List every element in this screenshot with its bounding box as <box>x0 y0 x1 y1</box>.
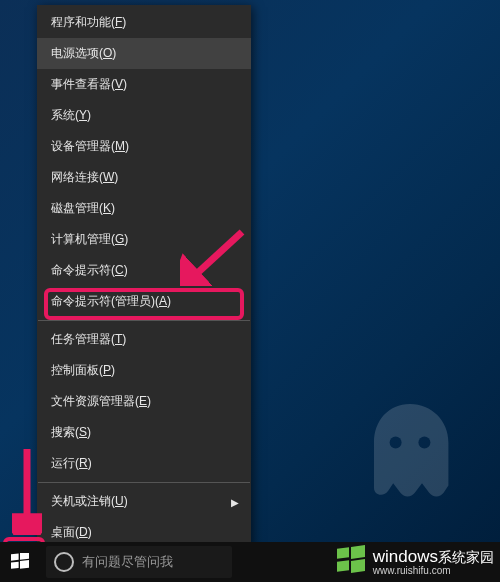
cortana-search-box[interactable]: 有问题尽管问我 <box>46 546 232 578</box>
menu-item-hotkey: (S) <box>75 425 91 439</box>
menu-item-hotkey: (R) <box>75 456 92 470</box>
menu-item-label: 电源选项 <box>51 46 99 60</box>
menu-item-label: 命令提示符(管理员) <box>51 294 155 308</box>
menu-item-8[interactable]: 命令提示符(C) <box>37 255 251 286</box>
menu-item-6[interactable]: 磁盘管理(K) <box>37 193 251 224</box>
menu-item-5[interactable]: 网络连接(W) <box>37 162 251 193</box>
menu-item-hotkey: (O) <box>99 46 116 60</box>
menu-separator <box>38 482 250 483</box>
menu-item-label: 文件资源管理器 <box>51 394 135 408</box>
menu-item-label: 网络连接 <box>51 170 99 184</box>
svg-rect-5 <box>20 553 29 560</box>
watermark-brand: windows系统家园 www.ruishifu.com <box>337 546 494 576</box>
desktop: 程序和功能(F)电源选项(O)事件查看器(V)系统(Y)设备管理器(M)网络连接… <box>0 0 500 582</box>
menu-item-17[interactable]: 关机或注销(U)▶ <box>37 486 251 517</box>
watermark-brand-url: www.ruishifu.com <box>373 565 494 576</box>
menu-item-hotkey: (W) <box>99 170 118 184</box>
menu-item-13[interactable]: 文件资源管理器(E) <box>37 386 251 417</box>
menu-item-label: 任务管理器 <box>51 332 111 346</box>
menu-item-label: 磁盘管理 <box>51 201 99 215</box>
watermark-windows-icon <box>337 546 367 576</box>
menu-item-hotkey: (C) <box>111 263 128 277</box>
menu-item-hotkey: (F) <box>111 15 126 29</box>
menu-item-4[interactable]: 设备管理器(M) <box>37 131 251 162</box>
menu-item-label: 关机或注销 <box>51 494 111 508</box>
menu-item-label: 计算机管理 <box>51 232 111 246</box>
winx-context-menu: 程序和功能(F)电源选项(O)事件查看器(V)系统(Y)设备管理器(M)网络连接… <box>37 5 251 550</box>
menu-item-hotkey: (T) <box>111 332 126 346</box>
menu-item-hotkey: (A) <box>155 294 171 308</box>
svg-rect-7 <box>20 560 29 569</box>
menu-item-hotkey: (G) <box>111 232 128 246</box>
menu-item-hotkey: (D) <box>75 525 92 539</box>
menu-item-label: 控制面板 <box>51 363 99 377</box>
watermark-ghost-icon <box>350 392 470 512</box>
menu-item-2[interactable]: 事件查看器(V) <box>37 69 251 100</box>
menu-item-label: 命令提示符 <box>51 263 111 277</box>
start-button[interactable] <box>0 542 40 582</box>
menu-item-12[interactable]: 控制面板(P) <box>37 355 251 386</box>
menu-item-label: 程序和功能 <box>51 15 111 29</box>
menu-separator <box>38 320 250 321</box>
menu-item-hotkey: (P) <box>99 363 115 377</box>
menu-item-1[interactable]: 电源选项(O) <box>37 38 251 69</box>
menu-item-0[interactable]: 程序和功能(F) <box>37 7 251 38</box>
watermark-brand-main: windows <box>373 547 438 566</box>
menu-item-hotkey: (Y) <box>75 108 91 122</box>
menu-item-14[interactable]: 搜索(S) <box>37 417 251 448</box>
menu-item-hotkey: (V) <box>111 77 127 91</box>
menu-item-7[interactable]: 计算机管理(G) <box>37 224 251 255</box>
svg-rect-6 <box>11 562 19 569</box>
search-placeholder-text: 有问题尽管问我 <box>82 553 173 571</box>
menu-item-11[interactable]: 任务管理器(T) <box>37 324 251 355</box>
menu-item-3[interactable]: 系统(Y) <box>37 100 251 131</box>
menu-item-label: 设备管理器 <box>51 139 111 153</box>
menu-item-hotkey: (U) <box>111 494 128 508</box>
windows-logo-icon <box>11 553 29 571</box>
svg-rect-4 <box>11 554 19 561</box>
cortana-circle-icon <box>54 552 74 572</box>
menu-item-label: 系统 <box>51 108 75 122</box>
menu-item-hotkey: (M) <box>111 139 129 153</box>
watermark-brand-sub: 系统家园 <box>438 549 494 565</box>
chevron-right-icon: ▶ <box>231 486 239 517</box>
menu-item-hotkey: (E) <box>135 394 151 408</box>
menu-item-label: 搜索 <box>51 425 75 439</box>
menu-item-label: 运行 <box>51 456 75 470</box>
menu-item-9[interactable]: 命令提示符(管理员)(A) <box>37 286 251 317</box>
menu-item-label: 桌面 <box>51 525 75 539</box>
menu-item-15[interactable]: 运行(R) <box>37 448 251 479</box>
menu-item-label: 事件查看器 <box>51 77 111 91</box>
svg-point-0 <box>390 436 402 448</box>
menu-item-hotkey: (K) <box>99 201 115 215</box>
svg-point-1 <box>418 436 430 448</box>
